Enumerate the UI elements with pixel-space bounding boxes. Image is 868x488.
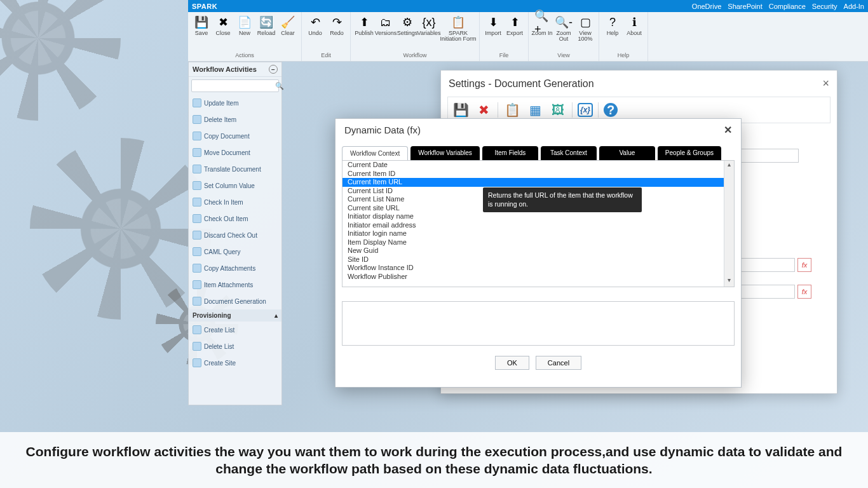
dd-list-item[interactable]: Current Date — [342, 161, 724, 170]
wa-item-label: Move Document — [204, 149, 250, 156]
dd-output[interactable] — [342, 301, 735, 346]
dd-list-item[interactable]: Workflow Instance ID — [342, 264, 724, 273]
ribbon-close-button[interactable]: ✖Close — [212, 13, 234, 37]
ribbon-view-100--button[interactable]: ▢View 100% — [574, 13, 596, 44]
cancel-button[interactable]: Cancel — [536, 356, 581, 370]
save-icon[interactable]: 💾 — [452, 101, 470, 119]
fx-button[interactable]: fx — [797, 258, 811, 272]
topbar-link-compliance[interactable]: Compliance — [769, 3, 806, 10]
dynamic-data-dialog: Dynamic Data (fx) ✕ Workflow ContextWork… — [335, 118, 742, 388]
wa-item-label: Delete Item — [204, 116, 236, 123]
ribbon-about-button[interactable]: ℹAbout — [623, 13, 645, 37]
ribbon-save-button[interactable]: 💾Save — [191, 13, 212, 37]
dd-list-item[interactable]: Workflow Publisher — [342, 273, 724, 281]
wa-item[interactable]: Copy Document — [189, 128, 281, 144]
wa-item-label: Item Attachments — [204, 281, 253, 288]
fx-button[interactable]: fx — [797, 285, 811, 299]
wa-item[interactable]: Item Attachments — [189, 276, 281, 293]
ribbon-zoom-in-button[interactable]: 🔍+Zoom In — [531, 13, 553, 44]
activity-icon — [193, 325, 201, 334]
activity-icon — [193, 231, 201, 240]
ribbon-clear-button[interactable]: 🧹Clear — [277, 13, 299, 37]
ribbon-redo-button[interactable]: ↷Redo — [326, 13, 348, 37]
dd-tab[interactable]: Item Fields — [482, 146, 538, 160]
wa-item[interactable]: Copy Attachments — [189, 260, 281, 276]
dd-list-item[interactable]: Current Item URL — [342, 178, 724, 187]
wa-item[interactable]: Translate Document — [189, 161, 281, 177]
wa-item-label: Copy Document — [204, 133, 250, 140]
ribbon-group: ↶Undo↷RedoEdit — [302, 12, 351, 61]
ribbon-export-button[interactable]: ⬆Export — [504, 13, 526, 37]
ribbon-help-button[interactable]: ?Help — [602, 13, 623, 37]
ok-button[interactable]: OK — [495, 356, 529, 370]
fx-icon[interactable]: {x} — [578, 103, 593, 117]
topbar-link-sharepoint[interactable]: SharePoint — [728, 3, 762, 10]
help-icon[interactable]: ? — [604, 103, 618, 117]
ribbon-label: Close — [215, 30, 230, 36]
dd-list-item[interactable]: Initiator email address — [342, 221, 724, 230]
wa-item[interactable]: Move Document — [189, 144, 281, 161]
versions-icon: 🗂 — [378, 15, 393, 30]
wa-item[interactable]: Update Item — [189, 95, 281, 111]
ribbon-publish-button[interactable]: ⬆Publish — [353, 13, 375, 44]
ribbon-reload-button[interactable]: 🔄Reload — [255, 13, 277, 37]
dd-list-item[interactable]: New Guid — [342, 247, 724, 255]
scrollbar[interactable]: ▴ ▾ — [724, 161, 734, 287]
wa-item[interactable]: Check In Item — [189, 194, 281, 210]
wa-item[interactable]: Delete Item — [189, 111, 281, 128]
wa-item[interactable]: Set Column Value — [189, 177, 281, 194]
dd-list-item[interactable]: Initiator display name — [342, 212, 724, 221]
zoom-out-icon: 🔍- — [556, 15, 571, 30]
wa-item-label: Discard Check Out — [204, 232, 257, 239]
image-icon[interactable]: 🖼 — [549, 101, 567, 119]
topbar-link-security[interactable]: Security — [812, 3, 837, 10]
wa-item[interactable]: Check Out Item — [189, 210, 281, 227]
dd-tab[interactable]: Workflow Variables — [410, 146, 480, 160]
dd-list-item[interactable]: Initiator login name — [342, 229, 724, 238]
dd-tab[interactable]: Value — [599, 146, 655, 160]
wa-search-input[interactable] — [194, 83, 275, 90]
topbar-link-onedrive[interactable]: OneDrive — [692, 3, 721, 10]
ribbon-variables-button[interactable]: {x}Variables — [418, 13, 440, 44]
ribbon-label: SPARK Initiation Form — [440, 30, 477, 43]
wa-item[interactable]: Create List — [189, 322, 281, 338]
clipboard-icon[interactable]: 📋 — [503, 101, 521, 119]
wa-section-header[interactable]: Provisioning▴ — [189, 309, 281, 322]
topbar-link-addin[interactable]: Add-In — [844, 3, 864, 10]
close-icon[interactable]: ✖ — [475, 101, 492, 119]
ribbon-zoom-out-button[interactable]: 🔍-Zoom Out — [553, 13, 574, 44]
wa-item-label: Update Item — [204, 100, 238, 107]
ribbon-spark-initiation-form-button[interactable]: 📋SPARK Initiation Form — [440, 13, 477, 44]
dd-tab[interactable]: Workflow Context — [342, 146, 408, 160]
activity-icon — [193, 198, 201, 207]
dd-tab[interactable]: People & Groups — [658, 146, 721, 160]
dd-tab[interactable]: Task Context — [541, 146, 597, 160]
wa-item[interactable]: Delete List — [189, 338, 281, 355]
dd-list-item[interactable]: Current Item ID — [342, 170, 724, 179]
wa-item[interactable]: CAML Query — [189, 243, 281, 260]
dd-list-item[interactable]: Item Display Name — [342, 238, 724, 247]
scroll-up-icon[interactable]: ▴ — [724, 161, 734, 171]
table-icon[interactable]: ▦ — [526, 101, 544, 119]
spark-initiation-form-icon: 📋 — [451, 15, 466, 30]
search-icon[interactable]: 🔍 — [275, 82, 284, 90]
wa-item[interactable]: Document Generation — [189, 293, 281, 309]
wa-search: 🔍 — [191, 79, 279, 92]
ribbon-new-button[interactable]: 📄New — [234, 13, 255, 37]
dd-list-item[interactable]: Site ID — [342, 255, 724, 264]
ribbon-label: Publish — [355, 30, 374, 36]
ribbon-versions-button[interactable]: 🗂Versions — [375, 13, 397, 44]
ribbon-undo-button[interactable]: ↶Undo — [304, 13, 326, 37]
close-icon[interactable]: ✕ — [724, 124, 732, 136]
import-icon: ⬇ — [485, 15, 501, 30]
wa-item-label: Copy Attachments — [204, 265, 255, 272]
collapse-icon[interactable]: − — [269, 65, 278, 74]
ribbon-import-button[interactable]: ⬇Import — [482, 13, 504, 37]
ribbon-label: Import — [485, 30, 501, 36]
wa-item[interactable]: Create Site — [189, 355, 281, 371]
scroll-down-icon[interactable]: ▾ — [724, 276, 734, 287]
wa-item[interactable]: Discard Check Out — [189, 227, 281, 243]
ribbon-settings-button[interactable]: ⚙Settings — [397, 13, 418, 44]
close-icon[interactable]: × — [822, 77, 829, 90]
ribbon-label: Zoom Out — [553, 30, 574, 43]
